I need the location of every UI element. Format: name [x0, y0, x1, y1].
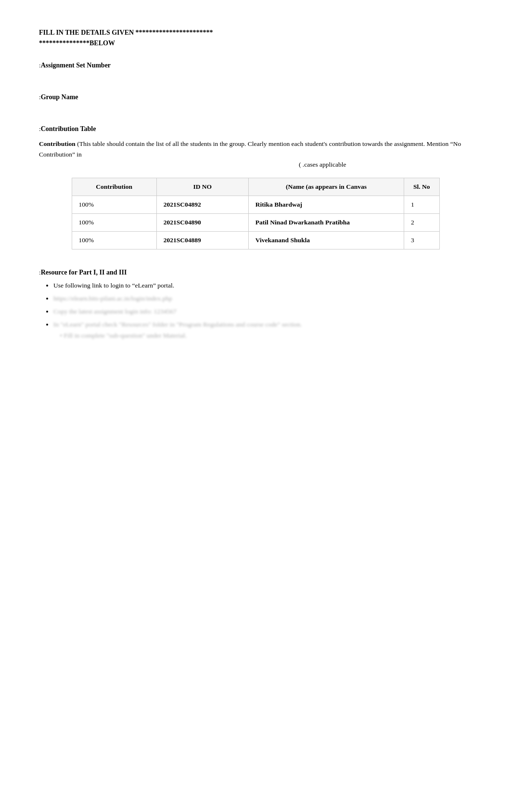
contribution-tail: ( .cases applicable [39, 161, 346, 168]
resource-item-4: In "eLearn" portal check "Resources" fol… [53, 319, 472, 341]
contribution-table-section: :Contribution Table Contribution (This t… [39, 125, 472, 249]
contribution-bold: Contribution [39, 140, 76, 147]
resource-title-text: Resource for Part I, II and III [41, 269, 127, 276]
contribution-intro: Contribution (This table should contain … [39, 139, 472, 170]
resource-title: :Resource for Part I, II and III [39, 269, 472, 276]
cell-contribution: 100% [72, 213, 156, 231]
cell-name: Ritika Bhardwaj [248, 196, 404, 213]
group-name-section: :Group Name [39, 93, 472, 101]
table-row: 100% 2021SC04892 Ritika Bhardwaj 1 [72, 196, 439, 213]
page-content: FILL IN THE DETAILS GIVEN **************… [39, 29, 472, 341]
contribution-table: Contribution ID NO (Name (as appears in … [72, 178, 440, 249]
resource-section: :Resource for Part I, II and III Use fol… [39, 269, 472, 341]
fill-header-text: FILL IN THE DETAILS GIVEN **************… [39, 29, 213, 36]
cell-sl-no: 2 [404, 213, 439, 231]
col-id-no: ID NO [156, 178, 248, 196]
contrib-label-text: Contribution Table [41, 125, 96, 132]
col-sl-no: Sl. No [404, 178, 439, 196]
assignment-set-label: :Assignment Set Number [39, 62, 472, 69]
contribution-table-label: :Contribution Table [39, 125, 472, 133]
group-label-text: Group Name [41, 93, 78, 101]
resource-item-1: Use following link to login to “eLearn” … [53, 280, 472, 291]
table-row: 100% 2021SC04889 Vivekanand Shukla 3 [72, 231, 439, 249]
contribution-rest: (This table should contain the list of a… [39, 140, 461, 158]
blurred-item-4: In "eLearn" portal check "Resources" fol… [53, 321, 302, 339]
cell-contribution: 100% [72, 196, 156, 213]
col-name: (Name (as appears in Canvas [248, 178, 404, 196]
cell-contribution: 100% [72, 231, 156, 249]
assignment-set-section: :Assignment Set Number [39, 62, 472, 69]
blurred-link: https://elearn.bits-pilani.ac.in/login/i… [53, 295, 172, 302]
cell-id-no: 2021SC04889 [156, 231, 248, 249]
col-contribution: Contribution [72, 178, 156, 196]
cell-id-no: 2021SC04890 [156, 213, 248, 231]
resource-item-2: https://elearn.bits-pilani.ac.in/login/i… [53, 293, 472, 304]
resource-item-3: Copy the latest assignment login info: 1… [53, 306, 472, 317]
cell-sl-no: 3 [404, 231, 439, 249]
cell-name: Patil Ninad Dwarkanath Pratibha [248, 213, 404, 231]
cell-name: Vivekanand Shukla [248, 231, 404, 249]
resource-list: Use following link to login to “eLearn” … [39, 280, 472, 341]
cell-sl-no: 1 [404, 196, 439, 213]
group-name-label: :Group Name [39, 93, 472, 101]
below-header: ***************BELOW [39, 39, 472, 47]
table-header-row: Contribution ID NO (Name (as appears in … [72, 178, 439, 196]
blurred-item-3: Copy the latest assignment login info: 1… [53, 308, 177, 315]
table-row: 100% 2021SC04890 Patil Ninad Dwarkanath … [72, 213, 439, 231]
assignment-label-text: Assignment Set Number [41, 62, 111, 69]
fill-in-header: FILL IN THE DETAILS GIVEN **************… [39, 29, 472, 37]
cell-id-no: 2021SC04892 [156, 196, 248, 213]
below-header-text: ***************BELOW [39, 39, 115, 47]
